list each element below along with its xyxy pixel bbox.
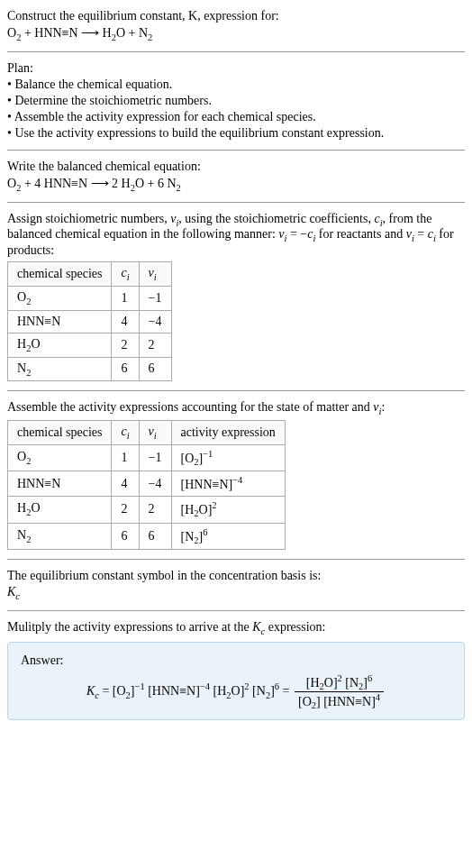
cell-species: H2O xyxy=(8,497,112,523)
cell-ci: 1 xyxy=(112,444,139,471)
divider xyxy=(7,150,465,151)
cell-activity: [H2O]2 xyxy=(171,497,285,523)
assemble-text: Assemble the activity expressions accoun… xyxy=(7,400,465,416)
kc-symbol: Kc xyxy=(7,585,465,601)
table-row: HNN≡N 4 −4 xyxy=(8,310,172,333)
answer-equation: Kc = [O2]−1 [HNN≡N]−4 [H2O]2 [N2]6 = [H2… xyxy=(21,673,451,711)
cell-activity: [N2]6 xyxy=(171,523,285,549)
cell-vi: 2 xyxy=(139,333,171,357)
intro-line1: Construct the equilibrium constant, K, e… xyxy=(7,9,465,23)
cell-activity: [HNN≡N]−4 xyxy=(171,471,285,497)
intro-equation: O2 + HNN≡N ⟶ H2O + N2 xyxy=(7,25,465,42)
answer-box: Answer: Kc = [O2]−1 [HNN≡N]−4 [H2O]2 [N2… xyxy=(7,642,465,721)
table-row: H2O 2 2 [H2O]2 xyxy=(8,497,286,523)
cell-vi: −1 xyxy=(139,444,171,471)
cell-species: O2 xyxy=(8,286,112,310)
table-row: H2O 2 2 xyxy=(8,333,172,357)
cell-vi: −4 xyxy=(139,310,171,333)
cell-ci: 6 xyxy=(112,357,139,381)
cell-ci: 2 xyxy=(112,497,139,523)
col-vi: νi xyxy=(139,262,171,287)
cell-species: N2 xyxy=(8,357,112,381)
cell-species: O2 xyxy=(8,444,112,471)
cell-ci: 4 xyxy=(112,310,139,333)
cell-species: HNN≡N xyxy=(8,310,112,333)
balanced-heading: Write the balanced chemical equation: xyxy=(7,160,465,174)
cell-vi: 6 xyxy=(139,357,171,381)
divider xyxy=(7,559,465,560)
answer-lhs: Kc = [O2]−1 [HNN≡N]−4 [H2O]2 [N2]6 = xyxy=(86,684,293,698)
plan-heading: Plan: xyxy=(7,61,465,76)
plan-bullet-3: • Assemble the activity expression for e… xyxy=(7,110,465,124)
plan-bullet-1: • Balance the chemical equation. xyxy=(7,78,465,92)
activity-table: chemical species ci νi activity expressi… xyxy=(7,420,286,550)
assign-text: Assign stoichiometric numbers, νi, using… xyxy=(7,212,465,259)
col-vi: νi xyxy=(139,421,171,445)
table-row: N2 6 6 [N2]6 xyxy=(8,523,286,549)
cell-activity: [O2]−1 xyxy=(171,444,285,471)
plan-bullet-4: • Use the activity expressions to build … xyxy=(7,126,465,141)
cell-ci: 6 xyxy=(112,523,139,549)
cell-species: N2 xyxy=(8,523,112,549)
fraction-denominator: [O2] [HNN≡N]4 xyxy=(295,692,384,710)
divider xyxy=(7,390,465,391)
divider xyxy=(7,202,465,203)
table-row: O2 1 −1 [O2]−1 xyxy=(8,444,286,471)
col-ci: ci xyxy=(112,262,139,287)
cell-vi: −1 xyxy=(139,286,171,310)
table-row: O2 1 −1 xyxy=(8,286,172,310)
multiply-text: Mulitply the activity expressions to arr… xyxy=(7,620,465,636)
answer-label: Answer: xyxy=(21,653,451,668)
col-species: chemical species xyxy=(8,262,112,287)
table-header-row: chemical species ci νi xyxy=(8,262,172,287)
fraction-numerator: [H2O]2 [N2]6 xyxy=(295,673,384,692)
cell-species: HNN≡N xyxy=(8,471,112,497)
col-activity: activity expression xyxy=(171,421,285,445)
kc-symbol-text: The equilibrium constant symbol in the c… xyxy=(7,569,465,583)
table-row: N2 6 6 xyxy=(8,357,172,381)
divider xyxy=(7,51,465,52)
answer-fraction: [H2O]2 [N2]6 [O2] [HNN≡N]4 xyxy=(295,673,384,711)
stoichiometry-table: chemical species ci νi O2 1 −1 HNN≡N 4 −… xyxy=(7,261,172,381)
cell-vi: 2 xyxy=(139,497,171,523)
plan-bullet-2: • Determine the stoichiometric numbers. xyxy=(7,94,465,108)
cell-ci: 2 xyxy=(112,333,139,357)
cell-vi: 6 xyxy=(139,523,171,549)
cell-species: H2O xyxy=(8,333,112,357)
cell-vi: −4 xyxy=(139,471,171,497)
balanced-equation: O2 + 4 HNN≡N ⟶ 2 H2O + 6 N2 xyxy=(7,176,465,193)
cell-ci: 1 xyxy=(112,286,139,310)
table-header-row: chemical species ci νi activity expressi… xyxy=(8,421,286,445)
table-row: HNN≡N 4 −4 [HNN≡N]−4 xyxy=(8,471,286,497)
col-species: chemical species xyxy=(8,421,112,445)
cell-ci: 4 xyxy=(112,471,139,497)
divider xyxy=(7,610,465,611)
col-ci: ci xyxy=(112,421,139,445)
